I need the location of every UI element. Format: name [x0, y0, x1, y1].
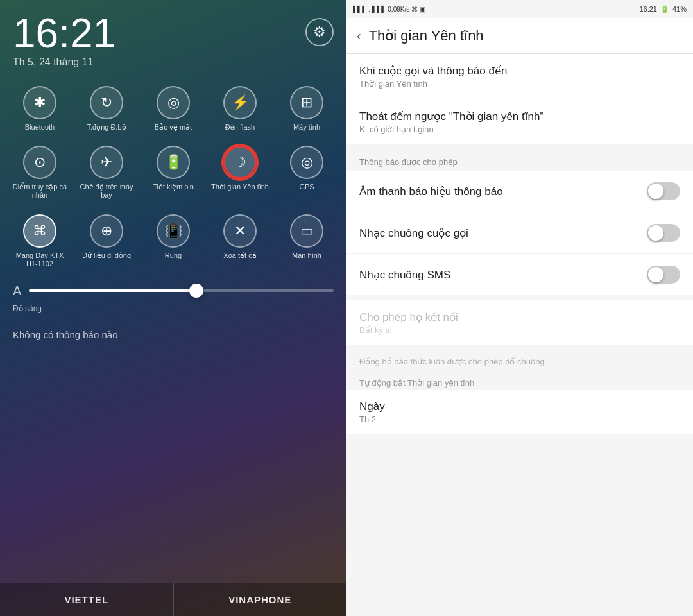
mobile-data-icon: ⊕ [90, 214, 123, 248]
qs-eye-protect[interactable]: ◎ Bảo vệ mắt [141, 80, 205, 137]
incoming-calls-item[interactable]: Khi cuộc gọi và thông báo đến Thời gian … [346, 54, 693, 99]
qs-sync-label: T.động Đ.bộ [87, 123, 126, 132]
connect-title: Cho phép họ kết nối [359, 311, 680, 324]
vibrate-icon: 📳 [157, 214, 190, 248]
signal-sep: . [368, 6, 370, 13]
back-button[interactable]: ‹ [357, 28, 361, 43]
status-time: 16:21 [639, 5, 657, 13]
nhac-sms-toggle[interactable] [647, 266, 680, 284]
date-display: Th 5, 24 tháng 11 [13, 56, 116, 68]
alarm-note-text: Đồng hồ báo thức luôn được cho phép đổ c… [359, 357, 545, 366]
allowed-header-text: Thông báo được cho phép [359, 157, 458, 167]
gps-icon: ◎ [290, 146, 323, 179]
am-thanh-toggle[interactable] [647, 182, 680, 200]
battery-icon: 🔋 [660, 5, 669, 13]
qs-gps[interactable]: ◎ GPS [275, 139, 339, 205]
qs-screen[interactable]: ▭ Màn hình [275, 208, 339, 273]
countdown-item[interactable]: Thoát đếm ngược "Thời gian yên tĩnh" K. … [346, 99, 693, 144]
qs-personal-hotspot[interactable]: ⊙ Điểm truy cập cá nhân [8, 139, 72, 205]
countdown-sub: K. có giới hạn t.gian [359, 124, 680, 134]
signal1-icon: ▌▌▌ [353, 6, 366, 13]
qs-mobile-label: Dữ liệu di động [82, 252, 131, 260]
clear-all-icon: ✕ [223, 214, 257, 248]
gear-icon: ⚙ [313, 24, 326, 40]
day-sub: Th 2 [359, 415, 680, 424]
settings-button[interactable]: ⚙ [305, 18, 334, 46]
qs-wifi[interactable]: ⌘ Mang Day KTX H1-1102 [8, 208, 72, 273]
brightness-letter: A [13, 284, 21, 298]
time-date-block: 16:21 Th 5, 24 tháng 11 [13, 13, 116, 68]
carriers-footer: VIETTEL VINAPHONE [0, 583, 346, 616]
quick-settings-grid: ✱ Bluetooth ↻ T.động Đ.bộ ◎ Bảo vệ mắt ⚡… [0, 74, 346, 278]
flash-icon: ⚡ [223, 86, 257, 119]
qs-battery-label: Tiết kiệm pin [153, 183, 194, 191]
qs-calc-label: Máy tính [293, 123, 320, 132]
qs-calculator[interactable]: ⊞ Máy tính [275, 80, 339, 137]
qs-airplane-label: Chế độ trên máy bay [77, 183, 136, 200]
qs-clear-label: Xóa tất cả [223, 252, 256, 260]
qs-clear-all[interactable]: ✕ Xóa tất cả [208, 208, 272, 273]
allowed-header: Thông báo được cho phép [346, 150, 693, 171]
screen-icon: ▭ [290, 214, 323, 248]
am-thanh-label: Âm thanh báo hiệu thông báo [359, 185, 503, 198]
toggles-section: Âm thanh báo hiệu thông báo Nhạc chuông … [346, 171, 693, 295]
data-speed: 0,09K/s [388, 6, 409, 13]
right-toolbar: ‹ Thời gian Yên tĩnh [346, 18, 693, 54]
no-notifications: Không có thông báo nào [0, 319, 346, 350]
connect-section: Cho phép họ kết nối Bất kỳ ai [346, 300, 693, 345]
battery-icon: 🔋 [157, 146, 190, 179]
qs-hotspot-label: Điểm truy cập cá nhân [10, 183, 69, 200]
toggle-nhac-cuoc-goi[interactable]: Nhạc chuông cuộc gọi [346, 212, 693, 254]
toggle-nhac-sms[interactable]: Nhạc chuông SMS [346, 254, 693, 295]
qs-sync[interactable]: ↻ T.động Đ.bộ [74, 80, 139, 137]
signal2-icon: ▌▌▌ [372, 6, 386, 13]
qs-quiet-time[interactable]: ☽ Thời gian Yên tĩnh [208, 139, 272, 205]
nhac-cuoc-goi-toggle[interactable] [647, 224, 680, 242]
incoming-calls-sub: Thời gian Yên tĩnh [359, 79, 680, 89]
day-section: Ngày Th 2 [346, 390, 693, 434]
nhac-cuoc-goi-label: Nhạc chuông cuộc gọi [359, 227, 468, 240]
auto-section-label: Tự động bật Thời gian yên tĩnh [346, 372, 693, 390]
qs-flash[interactable]: ⚡ Đèn flash [208, 80, 272, 137]
connect-item: Cho phép họ kết nối Bất kỳ ai [346, 300, 693, 345]
time-display: 16:21 [13, 13, 116, 54]
wifi-icon: ⌘ [23, 214, 56, 248]
status-bar-left: ▌▌▌ . ▌▌▌ 0,09K/s ⌘ ▣ [353, 6, 425, 13]
eye-icon: ◎ [157, 86, 190, 119]
qs-battery-save[interactable]: 🔋 Tiết kiệm pin [141, 139, 205, 205]
qs-vibrate-label: Rung [165, 252, 182, 260]
left-panel: 16:21 Th 5, 24 tháng 11 ⚙ ✱ Bluetooth ↻ … [0, 0, 346, 616]
qs-airplane[interactable]: ✈ Chế độ trên máy bay [74, 139, 139, 205]
carrier-viettel[interactable]: VIETTEL [0, 583, 174, 616]
status-bar: ▌▌▌ . ▌▌▌ 0,09K/s ⌘ ▣ 16:21 🔋 41% [346, 0, 693, 18]
right-panel: ▌▌▌ . ▌▌▌ 0,09K/s ⌘ ▣ 16:21 🔋 41% ‹ Thời… [346, 0, 693, 616]
auto-label-text: Tự động bật Thời gian yên tĩnh [359, 378, 474, 388]
qs-gps-label: GPS [299, 183, 314, 191]
brightness-thumb[interactable] [189, 284, 203, 298]
qs-quiet-label: Thời gian Yên tĩnh [211, 183, 269, 191]
settings-content: Khi cuộc gọi và thông báo đến Thời gian … [346, 54, 693, 616]
carrier-vinaphone[interactable]: VINAPHONE [174, 583, 347, 616]
wifi-status-icon: ⌘ [411, 6, 418, 13]
brightness-fill [29, 289, 196, 292]
connect-sub: Bất kỳ ai [359, 325, 680, 335]
hotspot-icon: ⊙ [23, 146, 56, 179]
qs-wifi-label: Mang Day KTX H1-1102 [10, 252, 69, 268]
qs-mobile-data[interactable]: ⊕ Dữ liệu di động [74, 208, 139, 273]
calc-icon: ⊞ [290, 86, 323, 119]
day-item[interactable]: Ngày Th 2 [346, 390, 693, 434]
airplane-icon: ✈ [90, 146, 123, 179]
countdown-title: Thoát đếm ngược "Thời gian yên tĩnh" [359, 110, 680, 123]
qs-eye-label: Bảo vệ mắt [155, 123, 192, 132]
toggle-am-thanh[interactable]: Âm thanh báo hiệu thông báo [346, 171, 693, 212]
qs-bluetooth[interactable]: ✱ Bluetooth [8, 80, 72, 137]
qs-vibrate[interactable]: 📳 Rung [141, 208, 205, 273]
quiet-time-icon: ☽ [223, 146, 257, 179]
qs-screen-label: Màn hình [292, 252, 321, 260]
brightness-slider[interactable] [29, 289, 334, 292]
status-bar-right: 16:21 🔋 41% [639, 5, 687, 13]
sync-icon: ↻ [90, 86, 123, 119]
brightness-row: A [0, 278, 346, 301]
page-title: Thời gian Yên tĩnh [369, 28, 484, 44]
nhac-sms-label: Nhạc chuông SMS [359, 268, 450, 282]
